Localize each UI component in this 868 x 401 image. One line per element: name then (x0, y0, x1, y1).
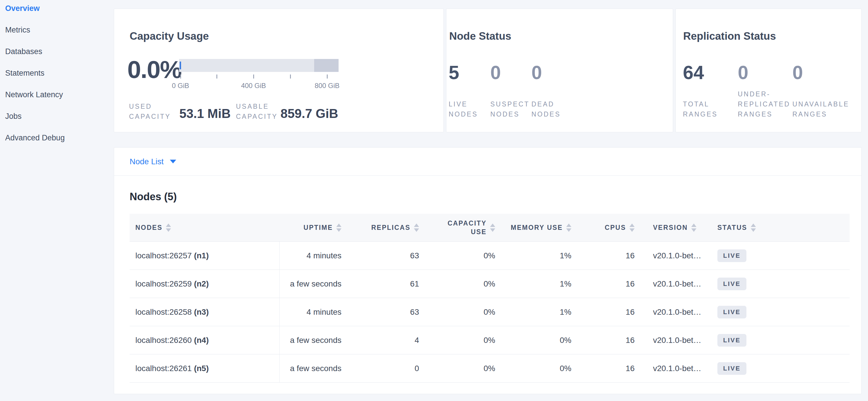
status-cell: LIVE (711, 298, 849, 326)
capacity-use-cell: 0% (426, 241, 502, 270)
replicas-cell: 63 (348, 241, 426, 270)
node-id: (n4) (194, 336, 209, 345)
sort-icon (336, 224, 341, 232)
sidebar-item-overview[interactable]: Overview (5, 3, 40, 14)
dead-nodes-label-line1: DEAD (531, 99, 561, 109)
total-ranges-label: TOTAL RANGES (683, 99, 718, 119)
nodes-table: NODES UPTIME REPLICAS (130, 214, 849, 382)
memory-use-cell: 0% (502, 326, 578, 354)
node-address-cell[interactable]: localhost:26259 (n2) (130, 270, 279, 298)
uptime-cell: 4 minutes (279, 298, 348, 326)
capacity-usage-card: Capacity Usage 0.0% 0 GiB 400 GiB 800 Gi… (114, 9, 444, 132)
capacity-use-cell: 0% (426, 298, 502, 326)
memory-use-cell: 0% (502, 354, 578, 382)
node-list-view-selector[interactable]: Node List (114, 148, 861, 176)
node-status-title: Node Status (449, 30, 511, 42)
node-address-cell[interactable]: localhost:26257 (n1) (130, 241, 279, 270)
sort-icon (490, 224, 495, 232)
column-header-replicas[interactable]: REPLICAS (348, 214, 426, 241)
sidebar-item-metrics[interactable]: Metrics (5, 24, 30, 36)
usable-capacity-label: USABLE CAPACITY (236, 102, 278, 122)
under-replicated-label-line3: RANGES (738, 109, 790, 119)
column-header-capacity-use[interactable]: CAPACITY USE (426, 214, 502, 241)
used-capacity-label-line2: CAPACITY (129, 112, 171, 122)
usable-capacity-label-line2: CAPACITY (236, 112, 278, 122)
node-id: (n3) (194, 308, 209, 316)
dead-nodes-label: DEAD NODES (531, 99, 561, 119)
total-ranges-label-line2: RANGES (683, 109, 718, 119)
status-cell: LIVE (711, 241, 849, 270)
dead-nodes-label-line2: NODES (531, 109, 561, 119)
used-capacity-label: USED CAPACITY (129, 102, 171, 122)
node-address: localhost:26257 (135, 251, 192, 260)
capacity-usage-title: Capacity Usage (130, 30, 209, 42)
memory-use-cell: 1% (502, 270, 578, 298)
version-cell: v20.1.0-bet… (642, 298, 711, 326)
status-cell: LIVE (711, 326, 849, 354)
nodes-table-header-row: NODES UPTIME REPLICAS (130, 214, 849, 241)
sidebar-item-advanced-debug[interactable]: Advanced Debug (5, 132, 65, 144)
sort-icon (691, 224, 696, 232)
under-replicated-label-line1: UNDER- (738, 89, 790, 99)
cpus-cell: 16 (578, 354, 642, 382)
sidebar-item-statements[interactable]: Statements (5, 67, 44, 79)
table-row: localhost:26260 (n4) a few seconds 4 0% … (130, 326, 849, 354)
column-header-status-label: STATUS (717, 224, 747, 232)
node-status-card: Node Status 5 0 0 LIVE NODES SUSPECT NOD… (446, 9, 673, 132)
gauge-tick-label: 800 GiB (315, 82, 340, 90)
memory-use-cell: 1% (502, 298, 578, 326)
suspect-nodes-label: SUSPECT NODES (490, 99, 530, 119)
unavailable-ranges-label-line2: RANGES (793, 109, 849, 119)
gauge-tick (253, 75, 254, 79)
column-header-version[interactable]: VERSION (642, 214, 711, 241)
gauge-tick (290, 75, 291, 79)
gauge-tick (327, 75, 328, 79)
gauge-tick-label: 400 GiB (241, 82, 266, 90)
cpus-cell: 16 (578, 241, 642, 270)
live-nodes-count: 5 (449, 62, 459, 83)
column-header-cpus[interactable]: CPUS (578, 214, 642, 241)
node-address-cell[interactable]: localhost:26260 (n4) (130, 326, 279, 354)
column-header-status[interactable]: STATUS (711, 214, 849, 241)
status-badge: LIVE (717, 334, 746, 347)
chevron-down-icon (170, 160, 176, 163)
used-capacity-label-line1: USED (129, 102, 171, 112)
sidebar-item-jobs[interactable]: Jobs (5, 111, 22, 122)
status-badge: LIVE (717, 278, 746, 290)
status-badge: LIVE (717, 250, 746, 262)
status-cell: LIVE (711, 270, 849, 298)
uptime-cell: a few seconds (279, 270, 348, 298)
column-header-memory-label: MEMORY USE (511, 224, 563, 232)
node-address: localhost:26258 (135, 308, 192, 316)
status-badge: LIVE (717, 306, 746, 318)
column-header-capacity-line1: CAPACITY (447, 219, 487, 228)
column-header-uptime-label: UPTIME (304, 224, 333, 232)
column-header-nodes[interactable]: NODES (130, 214, 279, 241)
uptime-cell: 4 minutes (279, 241, 348, 270)
status-cell: LIVE (711, 354, 849, 382)
node-address-cell[interactable]: localhost:26261 (n5) (130, 354, 279, 382)
table-row: localhost:26259 (n2) a few seconds 61 0%… (130, 270, 849, 298)
replication-status-card: Replication Status 64 0 0 TOTAL RANGES U… (676, 9, 862, 132)
column-header-cpus-label: CPUS (605, 224, 626, 232)
nodes-heading: Nodes (5) (130, 191, 177, 203)
replicas-cell: 4 (348, 326, 426, 354)
capacity-use-cell: 0% (426, 326, 502, 354)
column-header-uptime[interactable]: UPTIME (279, 214, 348, 241)
capacity-gauge-used-indicator (180, 62, 181, 69)
capacity-use-cell: 0% (426, 354, 502, 382)
sidebar-item-network-latency[interactable]: Network Latency (5, 89, 63, 101)
under-replicated-label-line2: REPLICATED (738, 99, 790, 109)
sort-icon (566, 224, 571, 232)
table-row: localhost:26261 (n5) a few seconds 0 0% … (130, 354, 849, 382)
total-ranges-count: 64 (683, 62, 704, 83)
unavailable-ranges-label-line1: UNAVAILABLE (793, 99, 849, 109)
suspect-nodes-count: 0 (490, 62, 501, 83)
capacity-use-cell: 0% (426, 270, 502, 298)
sidebar-item-databases[interactable]: Databases (5, 46, 42, 57)
replicas-cell: 0 (348, 354, 426, 382)
node-address-cell[interactable]: localhost:26258 (n3) (130, 298, 279, 326)
unavailable-ranges-count: 0 (793, 62, 803, 83)
column-header-memory-use[interactable]: MEMORY USE (502, 214, 578, 241)
gauge-tick-label: 0 GiB (172, 82, 189, 90)
